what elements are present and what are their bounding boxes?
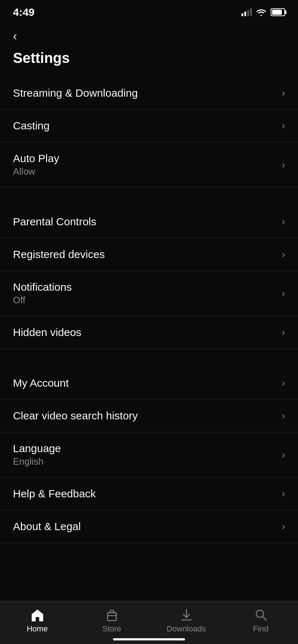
chevron-right-icon: ›	[282, 120, 285, 132]
status-icons	[241, 8, 285, 16]
chevron-right-icon: ›	[282, 521, 285, 532]
settings-label-about: About & Legal	[13, 520, 81, 533]
tab-bar: Home Store Downloads Find	[0, 601, 298, 644]
store-icon	[105, 608, 119, 622]
back-button[interactable]: ‹	[0, 22, 298, 46]
find-icon	[254, 608, 268, 622]
chevron-right-icon: ›	[282, 288, 285, 299]
wifi-icon	[256, 8, 266, 16]
signal-icon	[241, 8, 252, 16]
settings-item-my-account[interactable]: My Account ›	[0, 367, 298, 400]
settings-section-account: Parental Controls › Registered devices ›…	[0, 206, 298, 349]
settings-label-help: Help & Feedback	[13, 488, 96, 500]
chevron-right-icon: ›	[282, 216, 285, 227]
settings-item-hidden-videos[interactable]: Hidden videos ›	[0, 316, 298, 349]
settings-sublabel-language: English	[13, 456, 61, 467]
chevron-right-icon: ›	[282, 87, 285, 99]
svg-line-5	[262, 616, 266, 620]
downloads-icon	[179, 608, 194, 622]
settings-label-autoplay: Auto Play	[13, 152, 59, 165]
settings-label-streaming: Streaming & Downloading	[13, 87, 138, 99]
tab-downloads[interactable]: Downloads	[149, 608, 224, 634]
settings-section-playback: Streaming & Downloading › Casting › Auto…	[0, 77, 298, 188]
settings-item-help-feedback[interactable]: Help & Feedback ›	[0, 478, 298, 510]
chevron-right-icon: ›	[282, 410, 285, 422]
svg-rect-0	[108, 613, 116, 621]
bottom-indicator	[113, 638, 185, 640]
tab-home-label: Home	[27, 624, 48, 634]
battery-icon	[271, 8, 285, 16]
chevron-right-icon: ›	[282, 327, 285, 338]
settings-item-parental-controls[interactable]: Parental Controls ›	[0, 206, 298, 238]
status-bar: 4:49	[0, 0, 298, 22]
home-icon	[30, 608, 45, 622]
settings-item-casting[interactable]: Casting ›	[0, 110, 298, 142]
tab-home[interactable]: Home	[0, 608, 74, 634]
settings-label-casting: Casting	[13, 120, 50, 132]
tab-find-label: Find	[253, 624, 268, 634]
tab-downloads-label: Downloads	[167, 624, 206, 634]
back-arrow-icon: ‹	[13, 29, 17, 42]
settings-item-notifications[interactable]: Notifications Off ›	[0, 271, 298, 316]
settings-item-language[interactable]: Language English ›	[0, 432, 298, 478]
chevron-right-icon: ›	[282, 488, 285, 500]
chevron-right-icon: ›	[282, 249, 285, 260]
settings-item-clear-history[interactable]: Clear video search history ›	[0, 400, 298, 432]
page-title: Settings	[0, 46, 298, 77]
settings-item-registered-devices[interactable]: Registered devices ›	[0, 238, 298, 271]
settings-label-parental: Parental Controls	[13, 216, 96, 228]
settings-label-registered-devices: Registered devices	[13, 248, 105, 261]
settings-item-autoplay[interactable]: Auto Play Allow ›	[0, 142, 298, 188]
status-time: 4:49	[13, 6, 35, 18]
chevron-right-icon: ›	[282, 377, 285, 389]
settings-label-language: Language	[13, 442, 61, 455]
tab-find[interactable]: Find	[224, 608, 298, 634]
settings-sublabel-autoplay: Allow	[13, 166, 59, 177]
section-spacer-1	[0, 188, 298, 206]
chevron-right-icon: ›	[282, 159, 285, 171]
settings-item-streaming-downloading[interactable]: Streaming & Downloading ›	[0, 77, 298, 110]
settings-section-misc: My Account › Clear video search history …	[0, 367, 298, 543]
settings-sublabel-notifications: Off	[13, 295, 72, 306]
tab-store-label: Store	[102, 624, 121, 634]
settings-label-hidden-videos: Hidden videos	[13, 326, 81, 339]
settings-label-my-account: My Account	[13, 377, 69, 389]
chevron-right-icon: ›	[282, 449, 285, 461]
settings-label-clear-history: Clear video search history	[13, 410, 138, 422]
tab-store[interactable]: Store	[74, 608, 149, 634]
section-spacer-2	[0, 349, 298, 367]
settings-item-about-legal[interactable]: About & Legal ›	[0, 510, 298, 543]
settings-label-notifications: Notifications	[13, 281, 72, 293]
